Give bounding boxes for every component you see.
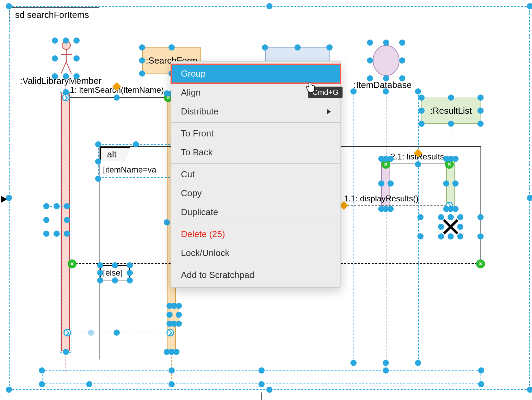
connect-icon[interactable]: × <box>68 259 77 268</box>
diagram-canvas[interactable]: sd searchForItems :ValidLibraryMember :S… <box>0 0 532 400</box>
resize-handle[interactable] <box>388 206 394 212</box>
resize-handle[interactable] <box>418 121 425 127</box>
resize-handle[interactable] <box>139 44 145 51</box>
resize-handle[interactable] <box>448 233 454 240</box>
resize-handle[interactable] <box>350 360 357 366</box>
menu-distribute[interactable]: Distribute <box>171 102 340 121</box>
resize-handle[interactable] <box>164 219 170 225</box>
resize-handle[interactable] <box>415 360 421 366</box>
resize-handle[interactable] <box>43 231 49 237</box>
resize-handle[interactable] <box>367 57 373 64</box>
resize-handle[interactable] <box>43 217 49 223</box>
resize-handle[interactable] <box>54 231 60 237</box>
resize-handle[interactable] <box>95 158 101 165</box>
resize-handle[interactable] <box>86 381 92 387</box>
message-line[interactable] <box>344 205 446 206</box>
resize-handle[interactable] <box>294 44 301 51</box>
resize-handle[interactable] <box>383 360 389 366</box>
resize-handle[interactable] <box>114 95 120 101</box>
resize-handle[interactable] <box>95 141 101 147</box>
resize-handle[interactable] <box>418 95 425 101</box>
resize-handle[interactable] <box>266 387 273 393</box>
resize-handle[interactable] <box>6 195 12 201</box>
resize-handle[interactable] <box>112 277 118 284</box>
resize-handle[interactable] <box>378 180 384 187</box>
resize-handle[interactable] <box>477 95 484 101</box>
resize-handle[interactable] <box>452 180 459 187</box>
message-display-results[interactable]: 1.1: displayResults() <box>344 194 418 203</box>
resize-handle[interactable] <box>52 55 58 62</box>
resize-handle[interactable] <box>54 203 60 209</box>
resize-handle[interactable] <box>52 73 58 79</box>
resize-handle[interactable] <box>477 233 484 240</box>
resize-handle[interactable] <box>477 214 484 220</box>
resize-handle[interactable] <box>457 224 463 230</box>
resize-handle[interactable] <box>258 381 265 387</box>
resize-handle[interactable] <box>417 214 424 220</box>
resize-handle[interactable] <box>367 40 373 46</box>
resize-handle[interactable] <box>258 367 265 374</box>
resize-handle[interactable] <box>127 270 133 276</box>
resize-handle[interactable] <box>97 262 103 268</box>
resize-handle[interactable] <box>95 176 101 182</box>
resize-handle[interactable] <box>383 75 389 81</box>
resize-handle[interactable] <box>262 44 268 51</box>
resize-handle[interactable] <box>438 214 444 220</box>
return-line[interactable] <box>70 333 170 333</box>
resize-handle[interactable] <box>127 277 133 284</box>
lifeline-result-list[interactable]: :ResultList <box>421 98 481 124</box>
resize-handle[interactable] <box>73 37 80 44</box>
resize-handle[interactable] <box>169 44 175 51</box>
resize-handle[interactable] <box>169 381 175 387</box>
resize-handle[interactable] <box>478 367 484 374</box>
resize-handle[interactable] <box>63 37 69 44</box>
resize-handle[interactable] <box>169 367 175 374</box>
resize-handle[interactable] <box>43 203 49 209</box>
resize-handle[interactable] <box>477 121 484 127</box>
menu-copy[interactable]: Copy <box>171 184 340 203</box>
resize-handle[interactable] <box>418 108 425 114</box>
resize-handle[interactable] <box>64 217 70 223</box>
resize-handle[interactable] <box>127 262 133 268</box>
resize-handle[interactable] <box>166 312 173 318</box>
resize-handle[interactable] <box>383 40 389 46</box>
resize-handle[interactable] <box>139 70 145 77</box>
resize-handle[interactable] <box>448 214 454 220</box>
lifeline-item-database[interactable] <box>371 44 402 78</box>
resize-handle[interactable] <box>388 180 394 187</box>
resize-handle[interactable] <box>350 88 357 95</box>
resize-handle[interactable] <box>114 330 120 336</box>
menu-scratchpad[interactable]: Add to Scratchpad <box>171 266 340 285</box>
resize-handle[interactable] <box>63 89 69 95</box>
resize-handle[interactable] <box>452 156 459 162</box>
resize-handle[interactable] <box>417 233 424 240</box>
resize-handle[interactable] <box>457 233 463 240</box>
resize-handle[interactable] <box>438 233 444 240</box>
resize-handle[interactable] <box>415 161 421 167</box>
resize-handle[interactable] <box>52 37 58 44</box>
resize-handle[interactable] <box>326 44 333 51</box>
resize-handle[interactable] <box>448 95 454 101</box>
resize-handle[interactable] <box>367 75 373 81</box>
resize-handle[interactable] <box>457 214 463 220</box>
destroy-icon[interactable] <box>442 219 459 235</box>
endpoint-icon[interactable] <box>63 329 71 336</box>
menu-to-back[interactable]: To Back <box>171 143 340 162</box>
resize-handle[interactable] <box>63 349 69 355</box>
resize-handle[interactable] <box>97 270 103 276</box>
resize-handle[interactable] <box>97 277 103 284</box>
resize-handle[interactable] <box>383 367 389 374</box>
resize-handle[interactable] <box>64 203 70 209</box>
resize-handle[interactable] <box>139 57 145 64</box>
resize-handle[interactable] <box>527 387 532 393</box>
menu-cut[interactable]: Cut <box>171 165 340 184</box>
resize-handle[interactable] <box>438 224 444 230</box>
resize-handle[interactable] <box>527 3 532 9</box>
resize-handle[interactable] <box>399 40 405 46</box>
resize-handle[interactable] <box>73 73 80 79</box>
resize-handle[interactable] <box>399 75 405 81</box>
menu-lock[interactable]: Lock/Unlock <box>171 244 340 263</box>
menu-group[interactable]: Group <box>171 64 340 83</box>
resize-handle[interactable] <box>266 3 273 9</box>
frame-title[interactable]: sd searchForItems <box>10 7 99 22</box>
